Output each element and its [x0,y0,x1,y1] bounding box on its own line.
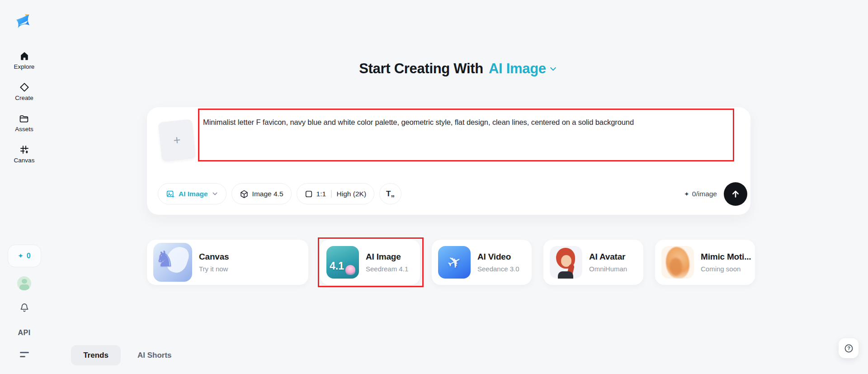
bottom-tabs: Trends AI Shorts [71,345,172,365]
card-ai-video[interactable]: ✈ AI Video Seedance 3.0 [432,240,532,285]
card-title: AI Avatar [589,252,627,262]
card-mimic-motion[interactable]: Mimic Moti... Coming soon [655,240,755,285]
card-title: Canvas [199,252,229,262]
question-mark-icon: ? [844,343,854,354]
avatar-body [19,284,29,290]
arrow-up-icon [730,189,741,199]
composer-actions: ✦ 0/image [684,183,747,204]
airplane-art: ✈ [444,251,465,274]
tool-cards-row: ♞ Canvas Try it now 4.1 AI Image Seedrea… [147,240,755,285]
card-ai-avatar[interactable]: AI Avatar OmniHuman [543,240,643,285]
mode-selector-label: AI Image [489,61,546,77]
ratio-quality-button[interactable]: 1:1 High (2K) [297,183,375,204]
cost-label: 0/image [692,190,717,198]
card-subtitle: Seedream 4.1 [366,265,408,273]
sidebar-item-explore[interactable]: Explore [14,51,35,70]
folder-icon [19,113,29,124]
sidebar-item-label: Canvas [14,157,35,164]
tab-trends[interactable]: Trends [71,345,121,365]
seedance-thumbnail: ✈ [438,246,471,279]
credits-badge[interactable]: ✦ 0 [8,245,41,267]
image-icon [166,189,175,199]
sidebar-nav: Explore Create Assets Canvas [0,51,48,164]
sidebar-item-label: Create [15,95,33,101]
card-subtitle: Seedance 3.0 [477,265,519,273]
sidebar-item-label: Explore [14,63,35,70]
ratio-label: 1:1 [316,190,326,198]
avatar-head [22,279,27,284]
model-selector-button[interactable]: Image 4.5 [231,183,292,204]
pegasus-art: ♞ [155,248,175,270]
plus-icon: + [173,133,181,147]
generation-cost: ✦ 0/image [684,190,717,198]
divider [331,190,332,198]
jellyfish-art [345,265,355,275]
upload-image-button[interactable]: + [158,119,196,161]
svg-text:?: ? [847,346,850,351]
page-title-prefix: Start Creating With [359,61,483,77]
tab-ai-shorts[interactable]: AI Shorts [137,351,172,360]
sidebar-item-create[interactable]: Create [15,82,33,101]
prompt-composer-card: + Minimalist letter F favicon, navy blue… [147,107,750,215]
sidebar: Explore Create Assets Canvas [0,0,48,374]
seedream-thumbnail: 4.1 [326,246,359,279]
card-title: AI Video [477,252,519,262]
sidebar-item-label: Assets [15,126,33,133]
sidebar-bottom: ✦ 0 API [0,245,48,357]
bell-icon [19,302,30,313]
cube-icon [240,189,249,199]
text-style-button[interactable]: T„ [379,183,401,204]
canvas-thumbnail: ♞ [153,243,192,282]
sidebar-item-canvas[interactable]: Canvas [14,144,35,164]
text-style-icon: T„ [386,189,395,199]
quality-label: High (2K) [337,190,366,198]
mode-dropdown-button[interactable]: AI Image [158,183,226,204]
api-link[interactable]: API [18,329,30,337]
avatar[interactable] [17,276,31,290]
app-logo-icon[interactable] [14,12,33,30]
card-subtitle: Coming soon [701,265,751,273]
frame-icon [19,144,30,155]
card-title: Mimic Moti... [701,252,751,262]
card-subtitle: Try it now [199,265,229,273]
home-icon [19,51,30,62]
prompt-input[interactable]: Minimalist letter F favicon, navy blue a… [203,117,732,128]
diamond-icon [19,82,30,93]
collapse-menu-icon[interactable] [20,352,29,357]
card-subtitle: OmniHuman [589,265,627,273]
sparkle-icon: ✦ [684,190,689,198]
card-title: AI Image [366,252,408,262]
card-canvas[interactable]: ♞ Canvas Try it now [147,240,308,285]
mode-selector[interactable]: AI Image [489,61,557,77]
chevron-down-icon [549,65,557,73]
sparkle-icon: ✦ [18,252,24,260]
page-title: Start Creating With AI Image [48,61,868,77]
omnihuman-thumbnail [550,246,582,279]
credits-value: 0 [27,252,31,260]
mimic-thumbnail [661,246,694,279]
mode-dropdown-label: AI Image [179,190,208,198]
notifications-button[interactable] [19,302,30,315]
model-selector-label: Image 4.5 [252,190,283,198]
composer-toolbar: AI Image Image 4.5 1:1 High (2K) T„ [158,183,401,204]
generate-button[interactable] [724,182,747,206]
chevron-down-icon [212,190,218,197]
aspect-ratio-icon [305,190,313,198]
sidebar-item-assets[interactable]: Assets [15,113,33,133]
help-button[interactable]: ? [839,338,859,358]
version-badge: 4.1 [330,260,344,272]
card-ai-image[interactable]: 4.1 AI Image Seedream 4.1 [320,240,420,285]
